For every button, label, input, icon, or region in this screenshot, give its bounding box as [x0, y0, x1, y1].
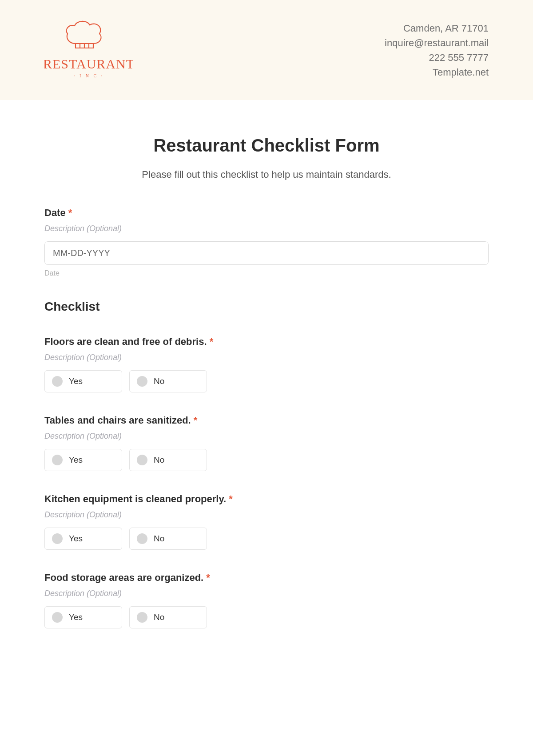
item-label: Floors are clean and free of debris. *: [44, 336, 489, 348]
restaurant-logo-icon: RESTAURANT · I N C ·: [44, 16, 133, 83]
item-desc: Description (Optional): [44, 589, 489, 598]
radio-label: No: [154, 376, 164, 386]
contact-phone: 222 555 7777: [385, 50, 489, 65]
date-field-block: Date * Description (Optional) Date: [44, 207, 489, 277]
contact-site: Template.net: [385, 65, 489, 80]
contact-email: inquire@restaurant.mail: [385, 36, 489, 50]
radio-label: No: [154, 455, 164, 465]
checklist-heading: Checklist: [44, 300, 489, 314]
radio-yes[interactable]: Yes: [44, 606, 122, 628]
required-mark: *: [68, 207, 72, 218]
required-mark: *: [194, 415, 198, 426]
radio-circle-icon: [52, 376, 63, 387]
item-desc: Description (Optional): [44, 353, 489, 362]
checklist-item: Tables and chairs are sanitized. * Descr…: [44, 415, 489, 471]
radio-circle-icon: [52, 455, 63, 465]
form-body: Restaurant Checklist Form Please fill ou…: [0, 100, 533, 668]
date-label: Date *: [44, 207, 489, 219]
radio-no[interactable]: No: [129, 370, 207, 392]
radio-row: Yes No: [44, 528, 489, 550]
radio-row: Yes No: [44, 370, 489, 392]
radio-yes[interactable]: Yes: [44, 528, 122, 550]
radio-label: Yes: [69, 534, 83, 544]
item-desc: Description (Optional): [44, 510, 489, 520]
svg-text:· I N C ·: · I N C ·: [74, 73, 104, 78]
page-subtitle: Please fill out this checklist to help u…: [44, 169, 489, 180]
checklist-item: Floors are clean and free of debris. * D…: [44, 336, 489, 392]
radio-circle-icon: [137, 533, 147, 544]
radio-yes[interactable]: Yes: [44, 370, 122, 392]
required-mark: *: [206, 572, 210, 583]
contact-block: Camden, AR 71701 inquire@restaurant.mail…: [385, 21, 489, 80]
item-label: Food storage areas are organized. *: [44, 572, 489, 584]
svg-text:RESTAURANT: RESTAURANT: [44, 56, 133, 71]
checklist-item: Kitchen equipment is cleaned properly. *…: [44, 493, 489, 550]
date-sublabel: Date: [44, 269, 489, 277]
required-mark: *: [229, 493, 233, 504]
page-title: Restaurant Checklist Form: [44, 136, 489, 156]
radio-no[interactable]: No: [129, 606, 207, 628]
radio-label: No: [154, 534, 164, 544]
radio-label: No: [154, 612, 164, 622]
header-band: RESTAURANT · I N C · Camden, AR 71701 in…: [0, 0, 533, 100]
radio-no[interactable]: No: [129, 528, 207, 550]
radio-circle-icon: [137, 455, 147, 465]
radio-circle-icon: [52, 533, 63, 544]
date-desc: Description (Optional): [44, 224, 489, 233]
date-input[interactable]: [44, 241, 489, 265]
radio-yes[interactable]: Yes: [44, 449, 122, 471]
radio-label: Yes: [69, 376, 83, 386]
contact-address: Camden, AR 71701: [385, 21, 489, 36]
radio-no[interactable]: No: [129, 449, 207, 471]
radio-circle-icon: [137, 612, 147, 623]
checklist-item: Food storage areas are organized. * Desc…: [44, 572, 489, 628]
radio-circle-icon: [52, 612, 63, 623]
radio-row: Yes No: [44, 449, 489, 471]
radio-circle-icon: [137, 376, 147, 387]
item-label: Kitchen equipment is cleaned properly. *: [44, 493, 489, 505]
radio-label: Yes: [69, 455, 83, 465]
radio-row: Yes No: [44, 606, 489, 628]
logo: RESTAURANT · I N C ·: [44, 16, 133, 84]
item-desc: Description (Optional): [44, 432, 489, 441]
required-mark: *: [210, 336, 214, 347]
item-label: Tables and chairs are sanitized. *: [44, 415, 489, 426]
radio-label: Yes: [69, 612, 83, 622]
